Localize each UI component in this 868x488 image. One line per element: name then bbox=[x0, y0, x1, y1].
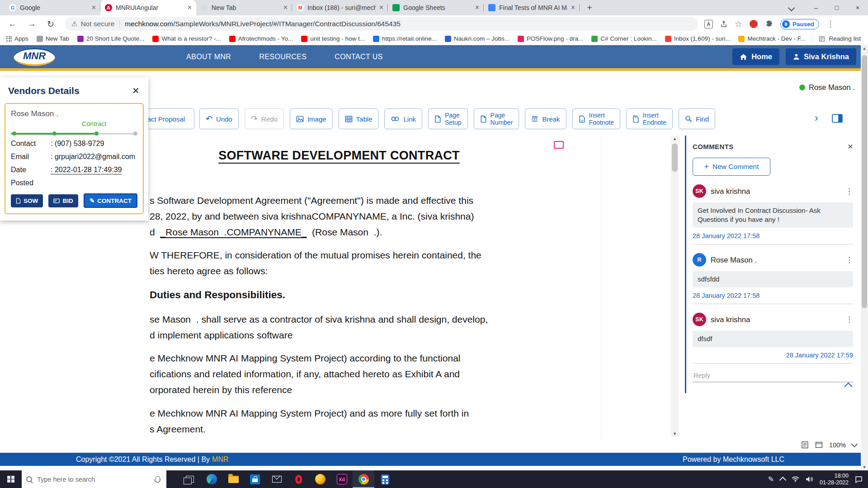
extensions-puzzle-icon[interactable] bbox=[765, 20, 773, 28]
scroll-down-icon[interactable]: ▼ bbox=[671, 431, 679, 437]
scrollbar-thumb[interactable] bbox=[862, 55, 867, 308]
nav-resources[interactable]: RESOURCES bbox=[259, 53, 307, 61]
microphone-icon[interactable] bbox=[156, 476, 160, 483]
nav-about-mnr[interactable]: ABOUT MNR bbox=[186, 53, 231, 61]
bookmark-item[interactable]: POSFlow.png - dra... bbox=[518, 35, 583, 42]
bookmark-item[interactable]: C# Corner : Lookin... bbox=[591, 35, 657, 42]
new-tab-button[interactable]: + bbox=[583, 1, 596, 14]
zoom-caret-icon[interactable] bbox=[851, 441, 858, 447]
start-button[interactable] bbox=[0, 470, 22, 488]
undo-button[interactable]: ↶Undo bbox=[199, 108, 239, 129]
refresh-icon[interactable]: ↻ bbox=[47, 19, 54, 29]
bookmark-item[interactable]: unit testing - how t... bbox=[301, 35, 365, 42]
vendors-close-icon[interactable]: × bbox=[132, 84, 139, 98]
new-comment-button[interactable]: + New Comment bbox=[693, 158, 770, 176]
nav-contact-us[interactable]: CONTACT US bbox=[335, 53, 383, 61]
bookmark-apps[interactable]: Apps bbox=[14, 35, 28, 42]
comment-menu-kebab-icon[interactable]: ⋮ bbox=[845, 315, 853, 324]
window-close-button[interactable]: × bbox=[847, 0, 868, 15]
edge-taskbar-icon[interactable] bbox=[201, 470, 222, 488]
image-button[interactable]: Image bbox=[290, 108, 333, 129]
home-button[interactable]: Home bbox=[732, 48, 779, 65]
bookmark-item[interactable]: Mechtrack - Dev - F... bbox=[738, 35, 805, 42]
tab-close-icon[interactable]: × bbox=[92, 4, 96, 12]
page-scrollbar[interactable]: ▲ ▼ bbox=[861, 45, 868, 470]
opera-taskbar-icon[interactable] bbox=[288, 470, 309, 488]
tab-gmail-inbox[interactable]: M Inbox (188) - suri@mechknowso × bbox=[292, 0, 388, 15]
footer-company-link[interactable]: Mechknowsoft LLC bbox=[723, 455, 784, 463]
taskbar-search-box[interactable] bbox=[22, 470, 166, 488]
wifi-icon[interactable] bbox=[792, 476, 799, 482]
bookmark-item[interactable]: Inbox (1,609) - suri... bbox=[665, 35, 731, 42]
side-panel-toggle-icon[interactable] bbox=[832, 114, 843, 123]
page-number-button[interactable]: PageNumber bbox=[474, 108, 519, 129]
bid-button[interactable]: BID bbox=[48, 194, 78, 207]
zoom-level[interactable]: 100% bbox=[829, 441, 846, 449]
collapse-panel-chevron-icon[interactable] bbox=[844, 382, 852, 390]
user-button[interactable]: Siva Krishna bbox=[786, 48, 856, 65]
scroll-up-icon[interactable]: ▲ bbox=[861, 46, 868, 51]
break-button[interactable]: Break bbox=[525, 108, 566, 129]
pen-workspace-icon[interactable]: ✎ bbox=[768, 475, 774, 483]
share-icon[interactable] bbox=[720, 20, 727, 28]
bookmark-item[interactable]: 20 Short Life Quote... bbox=[77, 35, 144, 42]
adobe-xd-taskbar-icon[interactable]: Xd bbox=[331, 470, 353, 488]
back-icon[interactable]: ← bbox=[8, 19, 17, 29]
document-scrollbar[interactable]: ▲ ▼ bbox=[671, 136, 679, 437]
comment-menu-kebab-icon[interactable]: ⋮ bbox=[845, 255, 853, 265]
translate-icon[interactable]: A bbox=[704, 20, 713, 28]
tab-new-tab[interactable]: New Tab × bbox=[196, 0, 292, 15]
tab-search-caret-icon[interactable] bbox=[788, 5, 795, 12]
security-label[interactable]: Not secure bbox=[80, 20, 114, 28]
tab-close-icon[interactable]: × bbox=[571, 4, 575, 12]
find-button[interactable]: Find bbox=[679, 108, 715, 129]
address-bar[interactable]: ⚠ Not secure mechknow.com /SampleWorks/M… bbox=[65, 17, 698, 31]
apps-grid-icon[interactable] bbox=[6, 36, 12, 42]
microsoft-store-taskbar-icon[interactable] bbox=[244, 470, 266, 488]
sow-button[interactable]: SOW bbox=[11, 194, 43, 207]
bookmark-item[interactable]: Afrotechmods - Yo... bbox=[229, 35, 293, 42]
task-view-button[interactable] bbox=[179, 470, 201, 488]
comment-anchor-marker[interactable] bbox=[554, 141, 564, 149]
scroll-down-icon[interactable]: ▼ bbox=[861, 465, 868, 469]
page-setup-button[interactable]: PageSetup bbox=[428, 108, 468, 129]
browser-menu-kebab-icon[interactable]: ⋮ bbox=[826, 19, 835, 29]
window-maximize-button[interactable]: □ bbox=[826, 0, 847, 15]
tray-expand-chevron-icon[interactable] bbox=[779, 476, 787, 483]
bookmark-item[interactable]: What is a resistor? -... bbox=[152, 35, 221, 42]
table-button[interactable]: Table bbox=[339, 108, 379, 129]
mail-taskbar-icon[interactable] bbox=[266, 470, 288, 488]
profile-paused-badge[interactable]: Paused bbox=[780, 19, 819, 29]
reply-input[interactable] bbox=[693, 369, 853, 382]
tab-close-icon[interactable]: × bbox=[188, 4, 192, 12]
bookmark-item[interactable]: https://retail.online... bbox=[373, 35, 437, 42]
tab-mnruiangular[interactable]: A MNRUIAngular × bbox=[100, 0, 196, 15]
bookmark-star-icon[interactable]: ☆ bbox=[735, 19, 742, 29]
tab-close-icon[interactable]: × bbox=[283, 4, 288, 12]
print-layout-icon[interactable] bbox=[801, 441, 809, 449]
redo-button[interactable]: ↷Redo bbox=[245, 108, 284, 129]
forward-icon[interactable]: → bbox=[28, 19, 36, 29]
tab-close-icon[interactable]: × bbox=[379, 4, 383, 12]
comments-close-icon[interactable]: × bbox=[848, 141, 853, 152]
tab-google-docs[interactable]: Final Tests of MNR AI Mapping S × bbox=[484, 0, 580, 15]
tab-google[interactable]: G Google × bbox=[5, 0, 100, 15]
bookmark-item[interactable]: New Tab bbox=[37, 35, 69, 42]
comment-menu-kebab-icon[interactable]: ⋮ bbox=[845, 187, 853, 196]
volume-icon[interactable] bbox=[806, 476, 813, 483]
mnr-logo[interactable]: MNR bbox=[14, 48, 55, 66]
reading-list-button[interactable]: Reading list bbox=[812, 35, 861, 43]
insert-endnote-button[interactable]: InsertEndnote bbox=[626, 108, 673, 129]
footer-mnr-link[interactable]: MNR bbox=[212, 455, 228, 464]
insert-footnote-button[interactable]: InsertFootnote bbox=[572, 108, 620, 129]
window-minimize-button[interactable]: – bbox=[806, 0, 826, 15]
action-center-icon[interactable] bbox=[855, 476, 863, 483]
contract-button[interactable]: ✎ CONTRACT bbox=[84, 193, 137, 208]
tab-google-sheets[interactable]: Google Sheets × bbox=[388, 0, 484, 15]
link-button[interactable]: Link bbox=[384, 108, 422, 129]
bookmark-item[interactable]: Naukri.com – Jobs... bbox=[445, 35, 509, 42]
scroll-up-icon[interactable]: ▲ bbox=[671, 136, 679, 142]
toolbar-more-chevron-icon[interactable]: › bbox=[815, 112, 818, 124]
tab-close-icon[interactable]: × bbox=[475, 4, 479, 12]
adblock-icon[interactable] bbox=[750, 20, 758, 28]
